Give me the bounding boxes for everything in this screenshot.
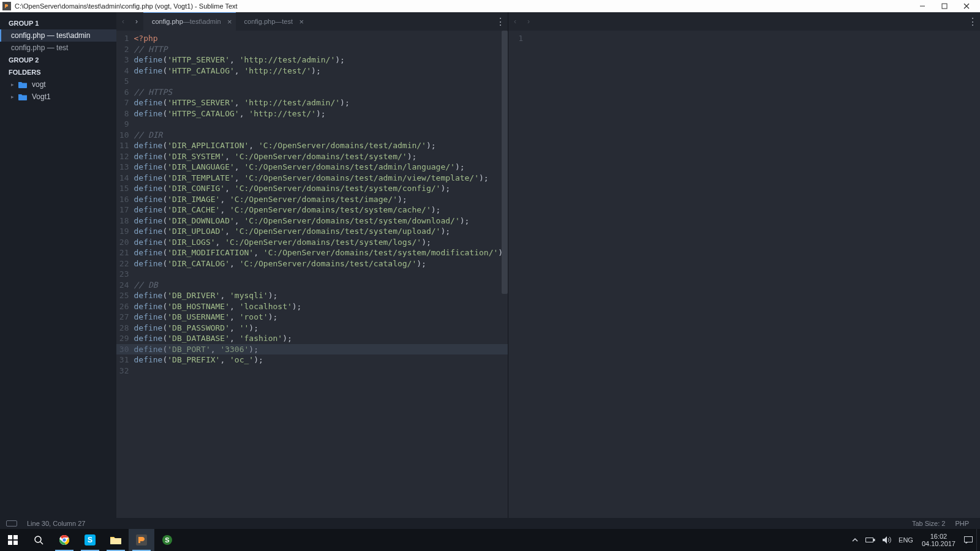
search-button[interactable] xyxy=(26,529,51,551)
code-line[interactable]: define('HTTPS_CATALOG', 'http://test/'); xyxy=(134,108,508,119)
tab-history-forward-button[interactable]: › xyxy=(522,12,535,31)
line-number: 2 xyxy=(116,44,129,55)
tray-action-center-icon[interactable] xyxy=(960,529,976,551)
code-line[interactable]: // HTTPS xyxy=(134,87,508,98)
start-button[interactable] xyxy=(0,529,26,551)
sidebar-openfile-2[interactable]: config.php — test xyxy=(0,42,116,54)
code-content[interactable] xyxy=(528,31,980,518)
vertical-scrollbar[interactable] xyxy=(502,31,508,518)
code-line[interactable] xyxy=(134,76,508,87)
taskbar-app-s[interactable]: S xyxy=(154,529,180,551)
line-number: 4 xyxy=(116,66,129,77)
tab-close-icon[interactable]: × xyxy=(227,17,232,26)
code-line[interactable]: // DIR xyxy=(134,130,508,141)
sidebar-openfile-1[interactable]: config.php — test\admin xyxy=(0,29,116,42)
sidebar-folder-vogt[interactable]: ▸ vogt xyxy=(0,78,116,91)
code-line[interactable]: define('DIR_LOGS', 'C:/OpenServer/domain… xyxy=(134,237,508,248)
code-line[interactable]: define('DIR_CACHE', 'C:/OpenServer/domai… xyxy=(134,204,508,216)
status-tab-size[interactable]: Tab Size: 2 xyxy=(907,520,950,527)
code-line[interactable]: define('DIR_TEMPLATE', 'C:/OpenServer/do… xyxy=(134,173,508,184)
tab-history-forward-button[interactable]: › xyxy=(130,12,143,31)
tab-config-test[interactable]: config.php — test × xyxy=(236,12,308,31)
status-cursor-position[interactable]: Line 30, Column 27 xyxy=(22,520,90,527)
code-area-left[interactable]: 1234567891011121314151617181920212223242… xyxy=(116,31,508,518)
taskbar-explorer[interactable] xyxy=(103,529,129,551)
tray-language[interactable]: ENG xyxy=(895,529,917,551)
window-maximize-button[interactable] xyxy=(933,0,956,12)
tab-close-icon[interactable]: × xyxy=(299,17,304,26)
tray-battery-icon[interactable] xyxy=(862,529,879,551)
svg-point-9 xyxy=(35,536,41,542)
panel-switch-icon[interactable] xyxy=(6,520,17,527)
code-line[interactable]: define('HTTP_CATALOG', 'http://test/'); xyxy=(134,66,508,77)
code-line[interactable]: define('DIR_IMAGE', 'C:/OpenServer/domai… xyxy=(134,194,508,205)
code-line[interactable]: define('DB_PASSWORD', ''); xyxy=(134,323,508,334)
tab-overflow-menu-button[interactable]: ⋮ xyxy=(493,16,508,28)
code-line[interactable] xyxy=(134,119,508,130)
line-number: 17 xyxy=(116,204,129,216)
line-number: 3 xyxy=(116,54,129,66)
window-titlebar: C:\OpenServer\domains\test\admin\config.… xyxy=(0,0,980,12)
code-line[interactable]: define('DIR_SYSTEM', 'C:/OpenServer/doma… xyxy=(134,151,508,162)
tray-volume-icon[interactable] xyxy=(879,529,895,551)
line-number: 9 xyxy=(116,119,129,130)
code-line[interactable]: <?php xyxy=(134,33,508,44)
taskbar-sublime[interactable] xyxy=(129,529,154,551)
code-line[interactable]: define('DIR_UPLOAD', 'C:/OpenServer/doma… xyxy=(134,226,508,237)
code-line[interactable]: define('DIR_DOWNLOAD', 'C:/OpenServer/do… xyxy=(134,216,508,227)
tab-overflow-menu-button[interactable]: ⋮ xyxy=(965,16,980,28)
code-line[interactable] xyxy=(134,269,508,280)
code-line[interactable]: // DB xyxy=(134,280,508,291)
tray-chevron-up-icon[interactable] xyxy=(848,529,862,551)
code-line[interactable]: define('DIR_LANGUAGE', 'C:/OpenServer/do… xyxy=(134,162,508,173)
tab-history-back-button[interactable]: ‹ xyxy=(116,12,130,31)
tab-config-admin[interactable]: config.php — test\admin × xyxy=(143,12,236,31)
line-number: 24 xyxy=(116,280,129,291)
folder-icon xyxy=(18,94,27,100)
line-number: 26 xyxy=(116,301,129,312)
code-area-right[interactable]: 1 xyxy=(508,31,980,518)
window-close-button[interactable] xyxy=(956,0,978,12)
code-line[interactable]: define('DIR_CONFIG', 'C:/OpenServer/doma… xyxy=(134,183,508,194)
tab-path: test xyxy=(282,18,293,25)
taskbar-skype[interactable]: S xyxy=(77,529,103,551)
code-line[interactable]: define('DIR_CATALOG', 'C:/OpenServer/dom… xyxy=(134,258,508,269)
tab-filename: config.php xyxy=(244,18,276,25)
taskbar-chrome[interactable] xyxy=(51,529,77,551)
code-line[interactable]: define('DB_DRIVER', 'mysqli'); xyxy=(134,290,508,301)
code-content[interactable]: <?php// HTTPdefine('HTTP_SERVER', 'http:… xyxy=(134,31,508,518)
line-number: 21 xyxy=(116,247,129,258)
code-line[interactable]: define('DB_PORT', '3306'); xyxy=(134,344,508,355)
tray-clock[interactable]: 16:0204.10.2017 xyxy=(917,529,960,551)
code-line[interactable]: define('HTTPS_SERVER', 'http://test/admi… xyxy=(134,97,508,108)
sidebar-folder-vogt1[interactable]: ▸ Vogt1 xyxy=(0,91,116,103)
code-line[interactable] xyxy=(134,365,508,377)
code-line[interactable]: define('DB_USERNAME', 'root'); xyxy=(134,312,508,323)
window-minimize-button[interactable] xyxy=(911,0,933,12)
line-number: 31 xyxy=(116,354,129,365)
show-desktop-button[interactable] xyxy=(976,529,980,551)
code-line[interactable]: // HTTP xyxy=(134,44,508,55)
line-number: 32 xyxy=(116,365,129,377)
sidebar[interactable]: GROUP 1 config.php — test\admin config.p… xyxy=(0,12,116,518)
line-number: 13 xyxy=(116,162,129,173)
line-number: 7 xyxy=(116,97,129,108)
svg-line-10 xyxy=(40,542,43,544)
code-line[interactable]: define('HTTP_SERVER', 'http://test/admin… xyxy=(134,54,508,66)
line-number: 27 xyxy=(116,312,129,323)
status-syntax[interactable]: PHP xyxy=(950,520,974,527)
scrollbar-thumb[interactable] xyxy=(502,31,508,294)
code-line[interactable]: define('DB_HOSTNAME', 'localhost'); xyxy=(134,301,508,312)
tray-date: 04.10.2017 xyxy=(922,540,956,547)
code-line[interactable]: define('DB_PREFIX', 'oc_'); xyxy=(134,354,508,365)
main-area: GROUP 1 config.php — test\admin config.p… xyxy=(0,12,980,518)
editor-pane-left: ‹ › config.php — test\admin × config.php… xyxy=(116,12,508,518)
tab-separator: — xyxy=(275,18,282,25)
line-number: 20 xyxy=(116,237,129,248)
tab-history-back-button[interactable]: ‹ xyxy=(508,12,522,31)
code-line[interactable]: define('DB_DATABASE', 'fashion'); xyxy=(134,333,508,344)
code-line[interactable]: define('DIR_MODIFICATION', 'C:/OpenServe… xyxy=(134,247,508,258)
code-line[interactable]: define('DIR_APPLICATION', 'C:/OpenServer… xyxy=(134,140,508,151)
line-number: 30 xyxy=(116,344,129,355)
line-number: 15 xyxy=(116,183,129,194)
